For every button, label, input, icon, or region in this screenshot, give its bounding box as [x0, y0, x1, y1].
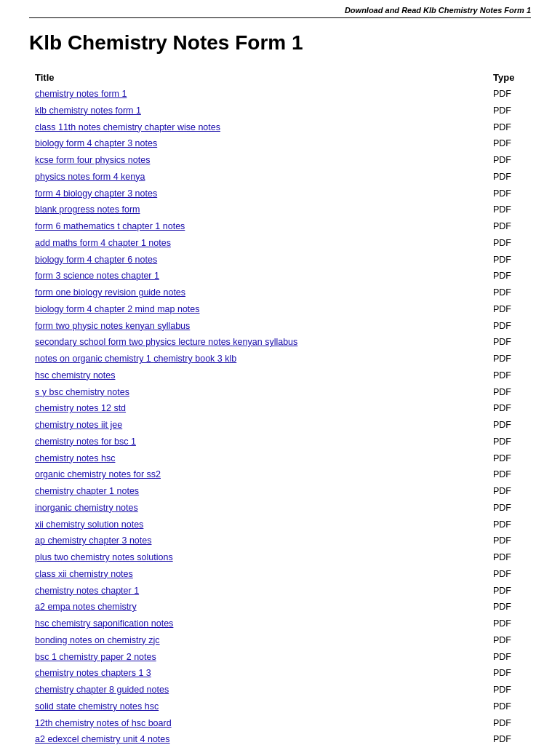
title-cell: chemistry notes for bsc 1	[29, 434, 487, 450]
result-link[interactable]: s y bsc chemistry notes	[35, 387, 129, 397]
result-link[interactable]: organic chemistry notes for ss2	[35, 469, 161, 479]
title-cell: chemistry notes hsc	[29, 450, 487, 467]
title-cell: form one biology revision guide notes	[29, 284, 487, 301]
table-row: chemistry notes 12 stdPDF	[29, 400, 531, 417]
table-row: a2 edexcel chemistry unit 4 notesPDF	[29, 731, 531, 745]
title-cell: biology form 4 chapter 6 notes	[29, 252, 487, 268]
type-cell: PDF	[487, 731, 531, 745]
table-row: form 3 science notes chapter 1PDF	[29, 268, 531, 284]
type-cell: PDF	[487, 218, 531, 235]
type-cell: PDF	[487, 533, 531, 549]
title-cell: chemistry notes chapter 1	[29, 583, 487, 599]
title-cell: chemistry chapter 8 guided notes	[29, 682, 487, 698]
type-cell: PDF	[487, 318, 531, 335]
table-row: hsc chemistry saponification notesPDF	[29, 615, 531, 632]
type-cell: PDF	[487, 252, 531, 268]
table-row: chemistry notes form 1PDF	[29, 86, 531, 103]
table-row: chemistry notes chapters 1 3PDF	[29, 665, 531, 682]
type-cell: PDF	[487, 202, 531, 218]
result-link[interactable]: hsc chemistry saponification notes	[35, 618, 173, 629]
result-link[interactable]: class 11th notes chemistry chapter wise …	[35, 122, 220, 132]
result-link[interactable]: form 4 biology chapter 3 notes	[35, 188, 157, 199]
result-link[interactable]: add maths form 4 chapter 1 notes	[35, 238, 171, 248]
result-link[interactable]: chemistry notes 12 std	[35, 403, 126, 413]
top-bar-text: Download and Read Klb Chemistry Notes Fo…	[345, 6, 531, 15]
table-row: chemistry chapter 1 notesPDF	[29, 483, 531, 500]
title-cell: class 11th notes chemistry chapter wise …	[29, 119, 487, 136]
result-link[interactable]: chemistry notes form 1	[35, 89, 127, 99]
result-link[interactable]: hsc chemistry notes	[35, 370, 115, 381]
result-link[interactable]: notes on organic chemistry 1 chemistry b…	[35, 354, 236, 364]
table-row: add maths form 4 chapter 1 notesPDF	[29, 235, 531, 252]
title-cell: physics notes form 4 kenya	[29, 169, 487, 186]
result-link[interactable]: chemistry notes chapters 1 3	[35, 668, 151, 678]
result-link[interactable]: xii chemistry solution notes	[35, 519, 143, 530]
title-cell: biology form 4 chapter 2 mind map notes	[29, 301, 487, 318]
table-row: kcse form four physics notesPDF	[29, 152, 531, 169]
title-cell: form 6 mathematics t chapter 1 notes	[29, 218, 487, 235]
result-link[interactable]: ap chemistry chapter 3 notes	[35, 535, 152, 546]
title-cell: a2 edexcel chemistry unit 4 notes	[29, 731, 487, 745]
result-link[interactable]: biology form 4 chapter 3 notes	[35, 138, 157, 148]
title-cell: notes on organic chemistry 1 chemistry b…	[29, 351, 487, 367]
table-row: solid state chemistry notes hscPDF	[29, 698, 531, 715]
table-row: ap chemistry chapter 3 notesPDF	[29, 533, 531, 549]
result-link[interactable]: a2 edexcel chemistry unit 4 notes	[35, 734, 170, 744]
table-row: secondary school form two physics lectur…	[29, 334, 531, 351]
type-cell: PDF	[487, 466, 531, 483]
type-cell: PDF	[487, 632, 531, 649]
result-link[interactable]: form one biology revision guide notes	[35, 287, 185, 298]
title-cell: a2 empa notes chemistry	[29, 599, 487, 615]
result-link[interactable]: bsc 1 chemistry paper 2 notes	[35, 652, 156, 662]
table-row: hsc chemistry notesPDF	[29, 367, 531, 384]
table-row: class xii chemistry notesPDF	[29, 566, 531, 583]
result-link[interactable]: class xii chemistry notes	[35, 569, 133, 579]
result-link[interactable]: form 6 mathematics t chapter 1 notes	[35, 221, 185, 231]
result-link[interactable]: bonding notes on chemistry zjc	[35, 635, 160, 645]
result-link[interactable]: inorganic chemistry notes	[35, 503, 138, 513]
result-link[interactable]: chemistry notes for bsc 1	[35, 437, 136, 447]
type-cell: PDF	[487, 268, 531, 284]
title-cell: organic chemistry notes for ss2	[29, 466, 487, 483]
type-cell: PDF	[487, 615, 531, 632]
type-cell: PDF	[487, 152, 531, 169]
title-cell: chemistry notes chapters 1 3	[29, 665, 487, 682]
table-row: chemistry notes for bsc 1PDF	[29, 434, 531, 450]
title-cell: blank progress notes form	[29, 202, 487, 218]
table-row: notes on organic chemistry 1 chemistry b…	[29, 351, 531, 367]
result-link[interactable]: biology form 4 chapter 6 notes	[35, 255, 157, 265]
result-link[interactable]: plus two chemistry notes solutions	[35, 552, 173, 562]
type-cell: PDF	[487, 119, 531, 136]
result-link[interactable]: chemistry notes iit jee	[35, 420, 122, 430]
result-link[interactable]: form 3 science notes chapter 1	[35, 271, 159, 281]
result-link[interactable]: klb chemistry notes form 1	[35, 105, 141, 116]
title-cell: inorganic chemistry notes	[29, 500, 487, 517]
result-link[interactable]: blank progress notes form	[35, 204, 140, 215]
results-table: Title Type chemistry notes form 1PDFklb …	[29, 69, 531, 745]
type-cell: PDF	[487, 384, 531, 401]
title-cell: chemistry notes 12 std	[29, 400, 487, 417]
type-cell: PDF	[487, 500, 531, 517]
result-link[interactable]: chemistry chapter 1 notes	[35, 486, 139, 496]
result-link[interactable]: secondary school form two physics lectur…	[35, 337, 297, 347]
table-row: organic chemistry notes for ss2PDF	[29, 466, 531, 483]
type-cell: PDF	[487, 434, 531, 450]
result-link[interactable]: 12th chemistry notes of hsc board	[35, 718, 172, 728]
result-link[interactable]: a2 empa notes chemistry	[35, 602, 137, 612]
result-link[interactable]: chemistry notes hsc	[35, 453, 115, 463]
result-link[interactable]: form two physic notes kenyan syllabus	[35, 321, 190, 331]
title-cell: secondary school form two physics lectur…	[29, 334, 487, 351]
result-link[interactable]: solid state chemistry notes hsc	[35, 701, 159, 712]
result-link[interactable]: kcse form four physics notes	[35, 155, 150, 165]
result-link[interactable]: biology form 4 chapter 2 mind map notes	[35, 304, 200, 314]
type-cell: PDF	[487, 583, 531, 599]
col-header-title: Title	[29, 69, 487, 86]
type-cell: PDF	[487, 599, 531, 615]
result-link[interactable]: chemistry chapter 8 guided notes	[35, 685, 169, 695]
type-cell: PDF	[487, 367, 531, 384]
type-cell: PDF	[487, 682, 531, 698]
result-link[interactable]: physics notes form 4 kenya	[35, 172, 145, 182]
table-row: physics notes form 4 kenyaPDF	[29, 169, 531, 186]
result-link[interactable]: chemistry notes chapter 1	[35, 586, 139, 596]
type-cell: PDF	[487, 235, 531, 252]
